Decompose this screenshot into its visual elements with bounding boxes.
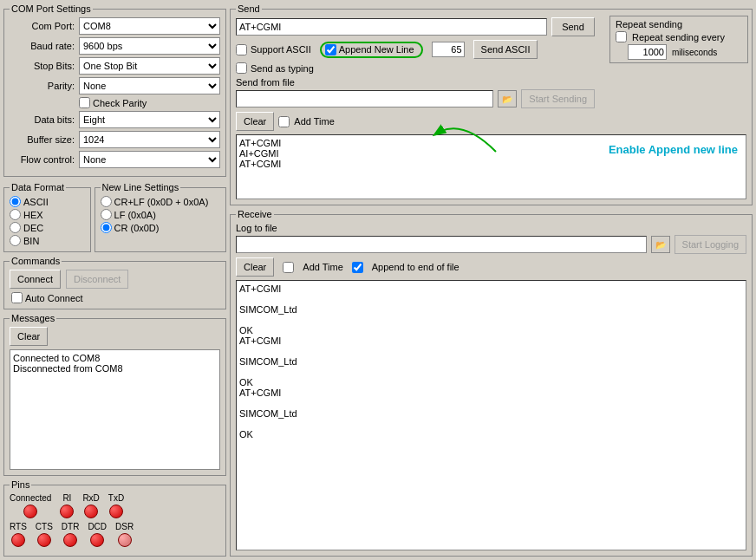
crlf-label: CR+LF (0x0D + 0x0A): [114, 197, 209, 207]
lf-label: LF (0x0A): [114, 210, 156, 220]
pins-section: Pins Connected RI RxD TxD: [3, 479, 226, 557]
pin-dcd: DCD: [88, 522, 107, 547]
ascii-label: ASCII: [23, 197, 49, 207]
receive-clear-button[interactable]: Clear: [236, 257, 274, 277]
pin-dcd-label: DCD: [88, 522, 107, 531]
flow-control-select[interactable]: None: [79, 151, 220, 168]
hex-radio[interactable]: [10, 209, 21, 220]
ascii-radio[interactable]: [10, 196, 21, 207]
send-as-typing-checkbox[interactable]: [236, 62, 247, 74]
baud-rate-label: Baud rate:: [10, 41, 75, 51]
ascii-spinbox[interactable]: [432, 42, 465, 57]
pin-rts-light: [11, 533, 25, 547]
stop-bits-select[interactable]: One Stop Bit: [79, 57, 220, 75]
pin-txd: TxD: [108, 493, 124, 518]
receive-legend: Receive: [236, 209, 274, 219]
pin-txd-label: TxD: [108, 493, 124, 503]
cr-label: CR (0x0D): [114, 223, 160, 233]
append-to-end-checkbox[interactable]: [352, 262, 363, 273]
start-logging-button[interactable]: Start Logging: [675, 235, 746, 254]
commands-legend: Commands: [10, 256, 62, 266]
data-format-legend: Data Format: [10, 182, 66, 192]
messages-area: Connected to COM8 Disconnected from COM8: [10, 349, 220, 470]
dec-radio[interactable]: [10, 222, 21, 233]
auto-connect-checkbox[interactable]: [11, 292, 23, 303]
parity-select[interactable]: None: [79, 77, 220, 94]
new-line-legend: New Line Settings: [101, 182, 181, 192]
pin-dsr-light: [118, 533, 132, 547]
pin-rxd-light: [84, 505, 98, 518]
baud-rate-select[interactable]: 9600 bps: [79, 37, 220, 55]
repeat-checkbox[interactable]: [616, 31, 627, 42]
pins-legend: Pins: [10, 479, 31, 490]
append-new-line-checkbox[interactable]: [325, 44, 336, 55]
repeat-ms-input[interactable]: [628, 44, 667, 60]
bin-label: BIN: [23, 236, 39, 246]
pin-ri: RI: [60, 493, 74, 518]
messages-section: Messages Clear Connected to COM8 Disconn…: [3, 313, 226, 476]
receive-add-time-checkbox[interactable]: [283, 262, 294, 273]
send-button[interactable]: Send: [551, 17, 595, 36]
parity-label: Parity:: [10, 81, 75, 91]
disconnect-button[interactable]: Disconnect: [66, 270, 128, 289]
send-clear-button[interactable]: Clear: [236, 112, 274, 131]
pin-cts-label: CTS: [36, 522, 53, 531]
support-ascii-label: Support ASCII: [251, 44, 311, 55]
start-sending-button[interactable]: Start Sending: [521, 89, 595, 108]
pin-rts-label: RTS: [10, 522, 27, 531]
repeat-ms-label: miliseconds: [672, 48, 717, 57]
repeat-sending-section: Repeat sending Repeat sending every mili…: [609, 16, 748, 63]
folder-icon-log: 📂: [655, 240, 666, 250]
log-file-browse-button[interactable]: 📂: [651, 236, 670, 253]
pin-dcd-light: [90, 533, 104, 547]
commands-section: Commands Connect Disconnect Auto Connect: [3, 256, 226, 309]
data-bits-label: Data bits:: [10, 114, 75, 125]
pin-ri-light: [60, 505, 74, 518]
send-ascii-button[interactable]: Send ASCII: [473, 40, 538, 59]
com-port-settings: COM Port Settings Com Port: COM8 Baud ra…: [3, 3, 226, 177]
enable-append-text: Enable Append new line: [609, 143, 738, 156]
buffer-size-label: Buffer size:: [10, 134, 75, 145]
check-parity-label: Check Parity: [93, 98, 147, 108]
buffer-size-select[interactable]: 1024: [79, 131, 220, 148]
pin-ri-label: RI: [62, 493, 71, 503]
connect-button[interactable]: Connect: [10, 270, 61, 289]
stop-bits-label: Stop Bits:: [10, 61, 75, 71]
send-file-browse-button[interactable]: 📂: [498, 90, 517, 107]
pin-cts: CTS: [36, 522, 53, 547]
bin-radio[interactable]: [10, 235, 21, 246]
send-text-input[interactable]: [236, 18, 547, 36]
repeat-every-label: Repeat sending every: [632, 32, 725, 42]
pin-connected: Connected: [10, 493, 51, 518]
support-ascii-checkbox[interactable]: [236, 44, 247, 55]
pin-dsr: DSR: [115, 522, 134, 547]
send-legend: Send: [236, 3, 262, 14]
dec-label: DEC: [23, 223, 43, 233]
pin-dtr-label: DTR: [62, 522, 80, 531]
repeat-title: Repeat sending: [616, 19, 742, 29]
cr-radio[interactable]: [101, 222, 112, 233]
new-line-settings: New Line Settings CR+LF (0x0D + 0x0A) LF…: [94, 182, 226, 252]
send-from-file-input[interactable]: [236, 90, 493, 107]
send-section: Send Repeat sending Repeat sending every…: [230, 3, 753, 205]
messages-clear-button[interactable]: Clear: [10, 327, 48, 346]
pin-cts-light: [37, 533, 51, 547]
pin-rxd: RxD: [82, 493, 99, 518]
check-parity-checkbox[interactable]: [79, 97, 90, 108]
log-file-input[interactable]: [236, 236, 647, 253]
append-to-end-label: Append to end of file: [372, 262, 459, 272]
pin-connected-light: [23, 505, 37, 518]
receive-text-area: AT+CGMI SIMCOM_Ltd OKAT+CGMI SIMCOM_Ltd …: [236, 280, 746, 550]
lf-radio[interactable]: [101, 209, 112, 220]
flow-control-label: Flow control:: [10, 154, 75, 165]
pin-txd-light: [109, 505, 123, 518]
log-to-file-label: Log to file: [236, 223, 746, 233]
com-port-select[interactable]: COM8: [79, 17, 220, 35]
com-port-label: Com Port:: [10, 21, 75, 31]
crlf-radio[interactable]: [101, 196, 112, 207]
message-line-2: Disconnected from COM8: [13, 363, 217, 374]
data-bits-select[interactable]: Eight: [79, 111, 220, 128]
pin-rxd-label: RxD: [82, 493, 99, 503]
send-add-time-checkbox[interactable]: [278, 116, 290, 127]
auto-connect-label: Auto Connect: [25, 293, 83, 303]
